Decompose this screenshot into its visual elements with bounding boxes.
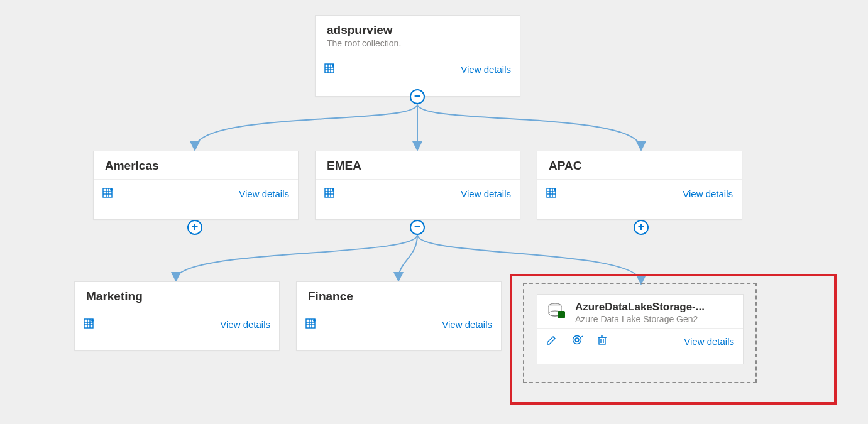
svg-point-40 [575, 338, 579, 342]
collection-title: Finance [308, 290, 490, 303]
data-grid-icon[interactable] [305, 318, 317, 330]
data-grid-icon[interactable] [102, 188, 114, 199]
svg-point-5 [332, 64, 334, 67]
collection-title: adspurview [327, 23, 508, 37]
view-details-link[interactable]: View details [461, 64, 511, 75]
data-grid-icon[interactable] [546, 188, 558, 199]
data-source-card-adls[interactable]: AzureDataLakeStorage-... Azure Data Lake… [537, 294, 744, 364]
collection-title: APAC [549, 159, 730, 173]
data-grid-icon[interactable] [84, 318, 95, 330]
collection-title: EMEA [327, 159, 508, 173]
delete-icon[interactable] [596, 334, 608, 348]
view-details-link[interactable]: View details [220, 319, 270, 330]
data-source-title: AzureDataLakeStorage-... [575, 301, 705, 313]
collection-card-emea[interactable]: EMEA View details [315, 151, 520, 220]
collection-title: Marketing [86, 290, 268, 303]
svg-rect-42 [599, 337, 605, 344]
view-details-link[interactable]: View details [239, 188, 289, 199]
view-details-link[interactable]: View details [684, 336, 734, 347]
data-grid-icon[interactable] [324, 188, 336, 199]
collection-card-americas[interactable]: Americas View details [93, 151, 299, 220]
svg-point-29 [91, 319, 94, 322]
scan-icon[interactable] [571, 334, 583, 348]
collapse-toggle-emea[interactable]: − [410, 220, 425, 235]
collection-subtitle: The root collection. [327, 38, 508, 48]
svg-point-39 [573, 336, 581, 344]
view-details-link[interactable]: View details [461, 188, 511, 199]
collapse-toggle-root[interactable]: − [410, 89, 425, 104]
svg-line-41 [581, 336, 583, 337]
purview-collection-tree: adspurview The root collection. View det… [0, 0, 868, 424]
svg-point-23 [554, 188, 556, 191]
data-grid-icon[interactable] [324, 63, 336, 75]
data-source-subtitle: Azure Data Lake Storage Gen2 [575, 314, 705, 324]
expand-toggle-apac[interactable]: + [634, 220, 649, 235]
collection-card-apac[interactable]: APAC View details [537, 151, 742, 220]
collection-card-finance[interactable]: Finance View details [296, 281, 502, 351]
adls-storage-icon [546, 301, 566, 324]
svg-rect-38 [558, 311, 565, 318]
expand-toggle-americas[interactable]: + [187, 220, 202, 235]
svg-point-35 [313, 319, 316, 322]
collection-card-root[interactable]: adspurview The root collection. View det… [315, 15, 520, 97]
collection-card-marketing[interactable]: Marketing View details [74, 281, 280, 351]
edit-icon[interactable] [546, 334, 558, 348]
collection-title: Americas [105, 159, 287, 173]
view-details-link[interactable]: View details [442, 319, 492, 330]
view-details-link[interactable]: View details [683, 188, 733, 199]
svg-point-11 [110, 188, 113, 191]
svg-point-17 [332, 188, 334, 191]
